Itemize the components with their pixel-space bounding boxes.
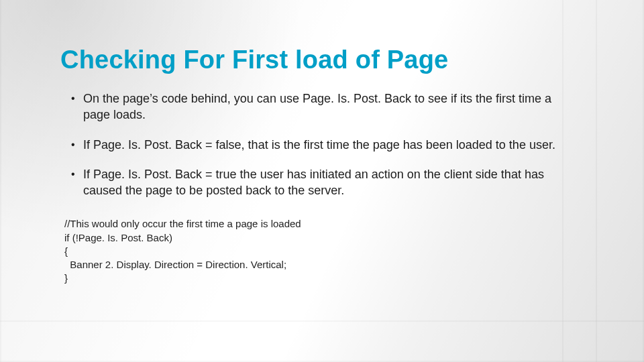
code-line: //This would only occur the first time a…: [64, 217, 584, 231]
slide-title: Checking For First load of Page: [60, 46, 584, 74]
list-item: On the page’s code behind, you can use P…: [71, 90, 580, 123]
code-line: }: [64, 272, 584, 285]
code-line: if (!Page. Is. Post. Back): [64, 231, 584, 245]
slide: Checking For First load of Page On the p…: [0, 0, 644, 362]
content-area: Checking For First load of Page On the p…: [0, 0, 644, 286]
code-line: {: [64, 245, 584, 258]
list-item: If Page. Is. Post. Back = false, that is…: [71, 137, 580, 153]
list-item: If Page. Is. Post. Back = true the user …: [71, 166, 580, 199]
bullet-list: On the page’s code behind, you can use P…: [60, 90, 584, 198]
code-snippet: //This would only occur the first time a…: [60, 217, 584, 285]
code-line: Banner 2. Display. Direction = Direction…: [64, 258, 584, 272]
